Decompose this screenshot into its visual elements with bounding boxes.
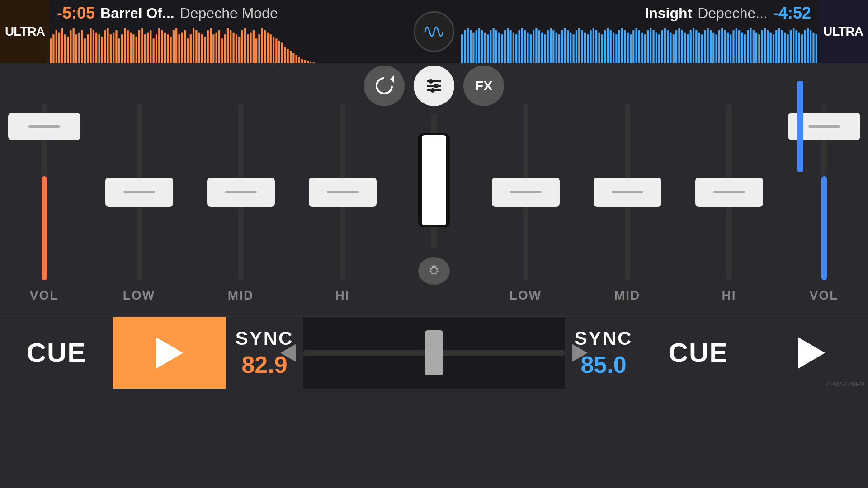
svg-rect-10 — [75, 34, 77, 63]
svg-rect-135 — [576, 30, 577, 63]
svg-rect-138 — [584, 33, 586, 63]
left-vol-fader[interactable]: VOL — [15, 104, 74, 280]
right-hi-handle-line — [713, 191, 745, 193]
settings-button[interactable] — [418, 257, 450, 285]
center-crossfader[interactable] — [393, 113, 475, 285]
left-hi-handle[interactable] — [309, 178, 377, 207]
right-vol-handle[interactable] — [788, 113, 860, 140]
left-vol-handle[interactable] — [8, 113, 80, 140]
svg-rect-47 — [181, 33, 183, 63]
pitch-right-arrow[interactable] — [572, 344, 588, 362]
svg-rect-161 — [650, 28, 651, 63]
svg-rect-174 — [687, 34, 689, 63]
mixer-section: VOL LOW MID — [0, 108, 868, 316]
crossfader-track-area[interactable] — [420, 113, 448, 248]
svg-rect-218 — [812, 33, 814, 63]
right-vol-fader[interactable]: VOL — [795, 104, 854, 280]
svg-rect-190 — [732, 30, 734, 63]
svg-rect-30 — [132, 34, 134, 63]
svg-rect-155 — [632, 30, 634, 63]
right-hi-handle[interactable] — [695, 178, 763, 207]
svg-rect-65 — [232, 33, 234, 63]
pitch-crossfader[interactable] — [303, 317, 565, 389]
svg-rect-31 — [136, 37, 137, 63]
svg-rect-79 — [273, 37, 274, 63]
svg-rect-169 — [673, 34, 675, 63]
svg-rect-99 — [472, 33, 474, 63]
left-mid-fader[interactable]: MID — [205, 104, 277, 280]
svg-rect-58 — [212, 34, 214, 63]
svg-rect-54 — [201, 34, 203, 63]
svg-rect-199 — [758, 34, 760, 63]
svg-rect-36 — [150, 30, 151, 63]
svg-rect-203 — [770, 33, 772, 63]
left-low-handle[interactable] — [105, 178, 173, 207]
left-low-fader[interactable]: LOW — [103, 104, 175, 280]
svg-rect-192 — [738, 30, 740, 63]
left-deck-time: -5:05 — [57, 4, 95, 23]
svg-rect-154 — [630, 34, 632, 63]
pitch-track[interactable] — [303, 350, 565, 356]
right-hi-fader[interactable]: HI — [693, 104, 765, 280]
svg-rect-106 — [493, 28, 495, 63]
left-cue-button[interactable]: CUE — [0, 317, 113, 389]
svg-rect-129 — [558, 34, 560, 63]
svg-rect-27 — [124, 28, 126, 63]
svg-rect-191 — [736, 28, 737, 63]
left-hi-fader[interactable]: HI — [307, 104, 379, 280]
svg-rect-2 — [52, 34, 54, 63]
svg-rect-110 — [504, 30, 506, 63]
right-cue-button[interactable]: CUE — [642, 317, 755, 389]
svg-point-228 — [431, 268, 437, 273]
svg-rect-122 — [538, 30, 540, 63]
svg-rect-147 — [610, 30, 612, 63]
mixer-button[interactable] — [414, 66, 454, 106]
svg-rect-214 — [801, 34, 803, 63]
left-album-art: ULTRA — [0, 0, 50, 63]
svg-rect-105 — [490, 30, 491, 63]
right-mid-fader[interactable]: MID — [591, 104, 664, 280]
svg-rect-48 — [184, 30, 186, 63]
right-waveform-canvas[interactable] — [461, 26, 818, 63]
right-deck-title: Insight — [645, 5, 692, 22]
svg-rect-196 — [750, 28, 751, 63]
svg-rect-109 — [501, 34, 503, 63]
svg-rect-84 — [287, 49, 289, 63]
right-low-handle[interactable] — [492, 178, 560, 207]
left-deck-info: -5:05 Barrel Of... Depeche Mode — [50, 0, 407, 26]
bottom-section: CUE SYNC 82.9 SYNC 85.0 CUE ZHMAK.INFO — [0, 316, 868, 389]
svg-rect-7 — [67, 37, 69, 63]
svg-rect-71 — [250, 33, 251, 63]
svg-rect-171 — [678, 28, 680, 63]
left-play-button[interactable] — [113, 317, 226, 389]
svg-rect-210 — [790, 30, 792, 63]
left-vol-handle-line — [28, 125, 60, 128]
svg-rect-80 — [275, 38, 277, 63]
svg-rect-98 — [470, 30, 472, 63]
right-play-button[interactable] — [755, 317, 868, 389]
left-hi-label: HI — [335, 288, 350, 303]
svg-rect-176 — [693, 28, 694, 63]
pitch-left-arrow[interactable] — [280, 344, 296, 362]
pitch-handle[interactable] — [425, 330, 443, 375]
svg-rect-152 — [624, 30, 626, 63]
svg-rect-77 — [267, 33, 269, 63]
svg-rect-9 — [73, 28, 75, 63]
right-deck-time: -4:52 — [773, 4, 811, 23]
right-low-fader[interactable]: LOW — [490, 104, 562, 280]
svg-rect-150 — [618, 30, 620, 63]
left-waveform-canvas[interactable] — [50, 26, 407, 63]
fx-button[interactable]: FX — [463, 66, 504, 106]
crossfader-handle[interactable] — [422, 135, 446, 225]
svg-rect-55 — [204, 37, 206, 63]
left-mid-handle[interactable] — [207, 178, 275, 207]
svg-rect-26 — [121, 34, 123, 63]
svg-rect-60 — [218, 30, 220, 63]
sync-reset-button[interactable] — [364, 66, 405, 106]
svg-rect-94 — [316, 63, 317, 63]
left-mid-handle-line — [225, 191, 257, 193]
svg-rect-216 — [807, 28, 809, 63]
svg-rect-184 — [715, 34, 717, 63]
svg-rect-104 — [487, 34, 489, 63]
right-mid-handle[interactable] — [594, 178, 661, 207]
